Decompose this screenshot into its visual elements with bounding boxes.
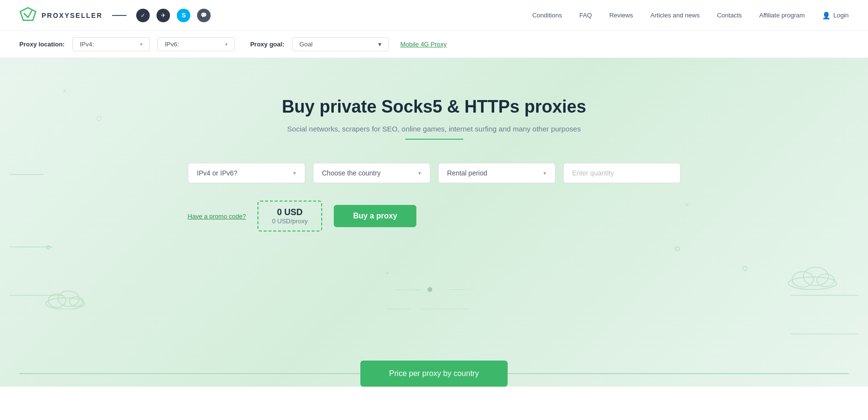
price-box: 0 USD 0 USD/proxy	[257, 201, 322, 232]
country-label: Choose the country	[322, 169, 381, 177]
hero-subtitle: Social networks, scrapers for SEO, onlin…	[287, 125, 581, 133]
deco-circle-right-2	[742, 266, 747, 271]
user-icon: 👤	[822, 12, 830, 19]
promo-row: Have a promo code? 0 USD 0 USD/proxy Buy…	[169, 183, 700, 232]
nav-login[interactable]: 👤 Login	[822, 12, 849, 19]
ipv4-select[interactable]: IPv4: ▾	[72, 37, 150, 51]
ipv6-select[interactable]: IPv6: ▾	[157, 37, 235, 51]
promo-code-link[interactable]: Have a promo code?	[188, 213, 246, 220]
svg-marker-0	[20, 8, 36, 20]
badge-icon-button[interactable]: ✓	[136, 9, 150, 22]
chat-icon-button[interactable]: 💬	[197, 9, 211, 22]
logo[interactable]: PROXYSELLER	[19, 7, 102, 24]
deco-line-center-3	[386, 309, 410, 310]
navbar-right: Conditions FAQ Reviews Articles and news…	[532, 12, 849, 19]
deco-line-right-2	[791, 333, 858, 334]
logo-text: PROXYSELLER	[42, 12, 102, 19]
deco-x-center: ×	[386, 269, 390, 276]
svg-point-8	[817, 274, 834, 287]
ipv4-chevron-down-icon: ▾	[140, 42, 142, 47]
svg-point-4	[70, 297, 83, 306]
ip-version-chevron-down-icon: ▾	[293, 170, 296, 176]
deco-line-left-1	[10, 174, 43, 175]
badge-icon: ✓	[141, 12, 145, 19]
price-usd: 0 USD	[272, 207, 308, 217]
logo-divider	[112, 15, 127, 16]
deco-line-center-4	[420, 309, 468, 310]
skype-icon-button[interactable]: S	[177, 9, 190, 22]
nav-faq[interactable]: FAQ	[579, 12, 592, 19]
proxy-goal-label: Proxy goal:	[250, 41, 285, 48]
deco-x-1: ×	[63, 87, 67, 95]
bottom-cta-wrap: Price per proxy by country	[0, 361, 868, 387]
deco-circle-1	[97, 116, 101, 121]
ip-version-select[interactable]: IPv4 or IPv6? ▾	[188, 163, 305, 183]
deco-cloud-left-bottom	[43, 285, 87, 309]
telegram-icon-button[interactable]: ✈	[157, 9, 170, 22]
country-select[interactable]: Choose the country ▾	[313, 163, 430, 183]
deco-line-center-2	[449, 290, 473, 290]
hero-underline	[405, 139, 463, 140]
location-bar: Proxy location: IPv4: ▾ IPv6: ▾ Proxy go…	[0, 31, 868, 58]
hero-section: × × × Buy private Socks5 & HTTPs proxies…	[0, 58, 868, 387]
goal-chevron-down-icon: ▾	[378, 41, 382, 48]
nav-affiliate[interactable]: Affiliate program	[759, 12, 805, 19]
deco-dot-center	[427, 287, 432, 292]
mobile-4g-link[interactable]: Mobile 4G Proxy	[400, 41, 447, 48]
ip-version-label: IPv4 or IPv6?	[197, 169, 238, 177]
nav-articles[interactable]: Articles and news	[651, 12, 700, 19]
telegram-icon: ✈	[161, 12, 166, 19]
price-per-country-button[interactable]: Price per proxy by country	[360, 361, 508, 387]
deco-cloud-right	[786, 261, 839, 290]
price-per-proxy: 0 USD/proxy	[272, 217, 308, 225]
goal-placeholder: Goal	[299, 41, 313, 48]
hero-title: Buy private Socks5 & HTTPs proxies	[282, 97, 586, 117]
navbar: PROXYSELLER ✓ ✈ S 💬 Conditions FAQ Revie…	[0, 0, 868, 31]
goal-select[interactable]: Goal ▾	[292, 37, 389, 51]
login-label: Login	[833, 12, 849, 19]
rental-label: Rental period	[447, 169, 487, 177]
hero-content: Buy private Socks5 & HTTPs proxies Socia…	[217, 58, 652, 163]
chat-icon: 💬	[200, 12, 207, 18]
rental-chevron-down-icon: ▾	[543, 170, 546, 176]
nav-contacts[interactable]: Contacts	[717, 12, 741, 19]
navbar-left: PROXYSELLER ✓ ✈ S 💬	[19, 7, 211, 24]
quantity-input[interactable]	[563, 163, 681, 183]
skype-icon: S	[182, 12, 186, 19]
buy-proxy-button[interactable]: Buy a proxy	[334, 205, 417, 227]
nav-icons: ✓ ✈ S 💬	[136, 9, 211, 22]
ipv4-label: IPv4:	[80, 41, 94, 48]
country-chevron-down-icon: ▾	[418, 170, 421, 176]
bottom-line-left	[19, 373, 360, 374]
nav-reviews[interactable]: Reviews	[609, 12, 633, 19]
proxy-location-label: Proxy location:	[19, 41, 65, 48]
deco-line-left-3	[10, 295, 63, 296]
bottom-line-right	[508, 373, 849, 374]
svg-point-7	[803, 267, 828, 286]
deco-line-center-1	[396, 290, 420, 290]
rental-period-select[interactable]: Rental period ▾	[438, 163, 555, 183]
ipv6-label: IPv6:	[165, 41, 179, 48]
deco-circle-right-1	[675, 246, 680, 251]
form-row: IPv4 or IPv6? ▾ Choose the country ▾ Ren…	[169, 163, 700, 183]
deco-circle-left	[46, 246, 50, 249]
nav-conditions[interactable]: Conditions	[532, 12, 562, 19]
deco-line-right-1	[791, 295, 858, 296]
logo-icon	[19, 7, 37, 24]
ipv6-chevron-down-icon: ▾	[225, 42, 228, 47]
